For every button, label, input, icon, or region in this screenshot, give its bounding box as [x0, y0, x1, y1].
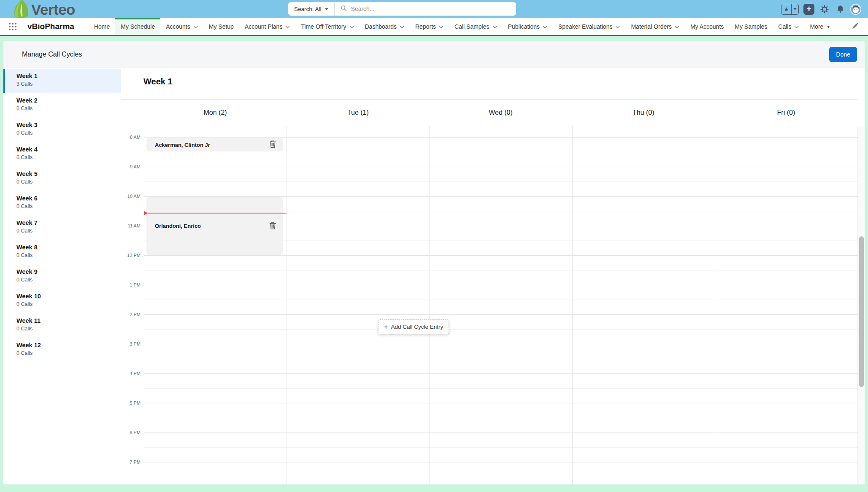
panel-header: Manage Call Cycles Done [3, 41, 865, 68]
event-title: Ackerman, Clinton Jr [155, 142, 268, 148]
tab-more[interactable]: More▼ [804, 18, 836, 35]
day-column-divider [429, 126, 430, 484]
week-call-count: 0 Calls [16, 203, 121, 209]
delete-event-trash-icon[interactable] [268, 139, 277, 150]
nav-tabs: HomeMy ScheduleAccountsMy SetupAccount P… [89, 18, 836, 35]
week-list-item-11[interactable]: Week 110 Calls [3, 314, 121, 338]
day-header-wed: Wed (0) [429, 100, 572, 126]
tab-label: Accounts [166, 23, 190, 30]
week-label: Week 2 [16, 97, 121, 104]
logo-text: Verteo [31, 1, 75, 18]
tab-accounts[interactable]: Accounts [160, 18, 203, 35]
tab-material-orders[interactable]: Material Orders [625, 18, 684, 35]
week-list-item-2[interactable]: Week 20 Calls [3, 93, 121, 118]
page-title: Manage Call Cycles [22, 51, 82, 58]
hour-gridline [144, 137, 857, 138]
calendar-scrollbar[interactable] [857, 126, 865, 484]
tab-my-samples[interactable]: My Samples [729, 18, 773, 35]
favorites-star-button[interactable]: ★ [781, 4, 792, 14]
tab-my-setup[interactable]: My Setup [203, 18, 239, 35]
verteo-logo: Verteo [13, 0, 75, 20]
call-cycle-event[interactable]: Orlandoni, Enrico [146, 197, 283, 255]
hour-gridline [144, 433, 857, 433]
week-list-item-12[interactable]: Week 120 Calls [3, 338, 121, 362]
tab-label: Call Samples [454, 23, 489, 30]
tab-my-accounts[interactable]: My Accounts [685, 18, 729, 35]
half-hour-gridline [144, 181, 857, 182]
app-navigation-bar: vBioPharma HomeMy ScheduleAccountsMy Set… [0, 18, 868, 36]
calendar-grid[interactable]: 8 AM9 AM10 AM11 AM12 PM1 PM2 PM3 PM4 PM5… [121, 126, 857, 484]
week-label: Week 12 [16, 342, 121, 349]
week-list-item-5[interactable]: Week 50 Calls [3, 167, 121, 191]
tab-call-samples[interactable]: Call Samples [449, 18, 502, 35]
time-label: 1 PM [121, 282, 141, 287]
week-list-item-9[interactable]: Week 90 Calls [3, 265, 121, 289]
tab-label: Calls [778, 23, 791, 30]
day-header-fri: Fri (0) [715, 100, 857, 126]
week-list-item-6[interactable]: Week 60 Calls [3, 191, 121, 216]
chevron-down-icon [285, 23, 290, 30]
week-list-item-3[interactable]: Week 30 Calls [3, 118, 121, 142]
favorites-dropdown-button[interactable] [792, 4, 798, 14]
search-input[interactable] [351, 5, 490, 12]
quick-add-button[interactable]: + [803, 4, 814, 15]
week-label: Week 11 [16, 317, 121, 324]
tab-time-off-territory[interactable]: Time Off Territory [295, 18, 359, 35]
tab-home[interactable]: Home [89, 18, 115, 35]
add-entry-label: Add Call Cycle Entry [391, 324, 443, 330]
tab-my-schedule[interactable]: My Schedule [115, 18, 160, 35]
done-button[interactable]: Done [829, 47, 857, 62]
day-column-divider [287, 126, 287, 484]
half-hour-gridline [144, 329, 857, 330]
app-name: vBioPharma [27, 22, 74, 31]
chevron-down-icon [400, 23, 404, 30]
time-label: 6 PM [121, 430, 141, 435]
delete-event-trash-icon[interactable] [268, 221, 277, 232]
add-call-cycle-entry-button[interactable]: +Add Call Cycle Entry [378, 319, 449, 334]
week-call-count: 3 Calls [16, 81, 121, 87]
calendar-week-heading: Week 1 [143, 77, 173, 87]
week-list-item-4[interactable]: Week 40 Calls [3, 142, 121, 167]
day-column-divider [572, 126, 573, 484]
tab-label: Account Plans [245, 23, 283, 30]
edit-nav-pencil-icon[interactable] [852, 22, 859, 31]
tab-publications[interactable]: Publications [503, 18, 553, 35]
time-label: 9 AM [121, 164, 141, 169]
setup-gear-button[interactable] [819, 4, 830, 15]
scrollbar-thumb[interactable] [859, 236, 864, 387]
tab-label: Material Orders [631, 23, 671, 30]
notifications-bell-button[interactable] [835, 4, 846, 15]
hour-gridline [144, 255, 857, 256]
week-label: Week 7 [16, 219, 121, 226]
half-hour-gridline [144, 300, 857, 300]
tab-reports[interactable]: Reports [410, 18, 449, 35]
hour-gridline [144, 314, 857, 315]
event-title: Orlandoni, Enrico [155, 223, 268, 229]
week-list-item-8[interactable]: Week 80 Calls [3, 240, 121, 265]
week-label: Week 4 [16, 146, 121, 153]
search-icon [341, 5, 347, 13]
hour-gridline [144, 403, 857, 403]
time-label: 10 AM [121, 194, 141, 199]
tab-speaker-evaluations[interactable]: Speaker Evaluations [553, 18, 625, 35]
week-call-count: 0 Calls [16, 130, 121, 136]
half-hour-gridline [144, 152, 857, 152]
tab-label: Dashboards [365, 23, 397, 30]
user-avatar[interactable] [850, 4, 861, 15]
tab-label: More [810, 23, 823, 30]
chevron-down-icon [675, 23, 679, 30]
call-cycle-event[interactable]: Ackerman, Clinton Jr [146, 138, 283, 151]
week-call-count: 0 Calls [16, 326, 121, 332]
tab-calls[interactable]: Calls [773, 18, 804, 35]
week-list-item-7[interactable]: Week 70 Calls [3, 216, 121, 240]
week-list-item-10[interactable]: Week 100 Calls [3, 289, 121, 314]
tab-account-plans[interactable]: Account Plans [239, 18, 296, 35]
week-list-item-1[interactable]: Week 13 Calls [3, 69, 121, 93]
app-launcher-waffle-icon[interactable] [9, 23, 16, 30]
tab-label: My Samples [735, 23, 767, 30]
week-label: Week 5 [16, 170, 121, 177]
tab-label: My Accounts [690, 23, 724, 30]
tab-label: Publications [508, 23, 540, 30]
search-scope-dropdown[interactable]: Search: All [288, 2, 335, 16]
tab-dashboards[interactable]: Dashboards [360, 18, 410, 35]
